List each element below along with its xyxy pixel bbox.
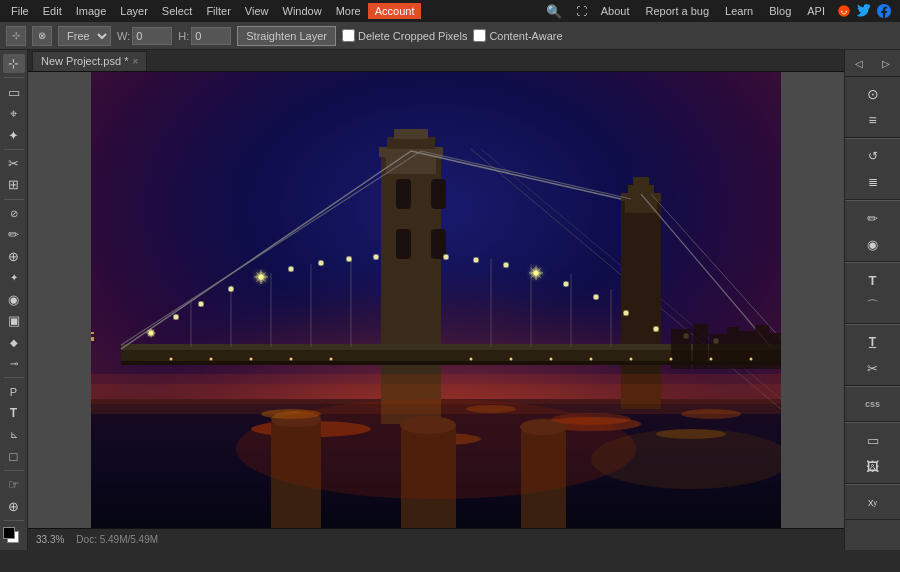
width-field[interactable] (132, 27, 172, 45)
css-panel-section: css (845, 387, 900, 422)
fullscreen-icon[interactable]: ⛶ (569, 3, 594, 19)
rp-shape-icon[interactable]: ▭ (860, 427, 886, 453)
svg-rect-93 (727, 327, 739, 369)
svg-rect-20 (394, 129, 428, 139)
h-label: H: (178, 30, 189, 42)
expand-panel-left[interactable]: ◁ (845, 50, 873, 76)
left-toolbar: ⊹ ▭ ⌖ ✦ ✂ ⊞ ⊘ ✏ ⊕ ✦ ◉ ▣ ◆ ⊸ P T ⊾ □ ☞ ⊕ (0, 50, 28, 550)
clone-tool[interactable]: ⊕ (3, 246, 25, 265)
canvas-area[interactable] (28, 72, 844, 528)
top-right-links: About Report a bug Learn Blog API (594, 3, 832, 19)
svg-point-50 (319, 261, 324, 266)
svg-rect-92 (709, 334, 727, 369)
svg-point-49 (289, 267, 294, 272)
menu-view[interactable]: View (238, 3, 276, 19)
svg-point-103 (210, 358, 213, 361)
crop-handle-btn[interactable]: ⊗ (32, 26, 52, 46)
svg-point-119 (236, 399, 636, 499)
quick-select-tool[interactable]: ✦ (3, 125, 25, 144)
menu-edit[interactable]: Edit (36, 3, 69, 19)
facebook-icon[interactable] (876, 3, 892, 19)
expand-panel-right[interactable]: ▷ (873, 50, 901, 76)
type-tool[interactable]: T (3, 404, 25, 423)
menu-image[interactable]: Image (69, 3, 114, 19)
svg-rect-91 (693, 324, 708, 369)
blog-link[interactable]: Blog (762, 3, 798, 19)
lasso-tool[interactable]: ⌖ (3, 104, 25, 123)
menu-account[interactable]: Account (368, 3, 422, 19)
svg-point-57 (564, 282, 569, 287)
delete-cropped-checkbox[interactable] (342, 29, 355, 42)
properties-icon[interactable]: ≣ (860, 169, 886, 195)
svg-rect-17 (431, 229, 446, 259)
rp-css-icon[interactable]: css (860, 391, 886, 417)
search-icon[interactable]: 🔍 (539, 2, 569, 21)
delete-cropped-label: Delete Cropped Pixels (358, 30, 467, 42)
crop-move-btn[interactable]: ⊹ (6, 26, 26, 46)
rp-tool2-icon[interactable]: ◉ (860, 231, 886, 257)
rp-type-icon[interactable]: T (860, 267, 886, 293)
sep1 (4, 77, 24, 78)
zoom-tool[interactable]: ⊕ (3, 496, 25, 515)
crop-tool[interactable]: ✂ (3, 154, 25, 173)
marquee-tool[interactable]: ▭ (3, 82, 25, 101)
close-tab-button[interactable]: × (132, 56, 138, 67)
svg-point-109 (550, 358, 553, 361)
svg-point-110 (590, 358, 593, 361)
menu-select[interactable]: Select (155, 3, 200, 19)
svg-point-53 (444, 255, 449, 260)
learn-link[interactable]: Learn (718, 3, 760, 19)
rp-cut-icon[interactable]: ✂ (860, 355, 886, 381)
eraser-tool[interactable]: ◉ (3, 289, 25, 308)
healing-tool[interactable]: ⊘ (3, 203, 25, 222)
type2-panel-section: T ✂ (845, 325, 900, 386)
twitter-icon[interactable] (856, 3, 872, 19)
move-tool[interactable]: ⊹ (3, 54, 25, 73)
menu-layer[interactable]: Layer (113, 3, 155, 19)
bottom-bar: 33.3% Doc: 5.49M/5.49M (28, 528, 844, 550)
path-select-tool[interactable]: ⊾ (3, 425, 25, 444)
rp-superscript-icon[interactable]: xy (860, 489, 886, 515)
brush-tool[interactable]: ✏ (3, 225, 25, 244)
menu-more[interactable]: More (329, 3, 368, 19)
slice-tool[interactable]: ⊞ (3, 175, 25, 194)
history-brush-tool[interactable]: ✦ (3, 268, 25, 287)
ratio-select[interactable]: Free (58, 26, 111, 46)
pen-tool[interactable]: P (3, 382, 25, 401)
rp-type2-icon[interactable]: T (860, 329, 886, 355)
straighten-button[interactable]: Straighten Layer (237, 26, 336, 46)
api-link[interactable]: API (800, 3, 832, 19)
rp-image-icon[interactable]: 🖼 (860, 453, 886, 479)
type-panel-section: T ⌒ (845, 263, 900, 324)
svg-point-2 (845, 11, 847, 13)
blur-tool[interactable]: ◆ (3, 332, 25, 351)
reddit-icon[interactable] (836, 3, 852, 19)
dodge-tool[interactable]: ⊸ (3, 354, 25, 373)
height-field[interactable] (191, 27, 231, 45)
hand-tool[interactable]: ☞ (3, 475, 25, 494)
content-aware-checkbox[interactable] (473, 29, 486, 42)
project-tab[interactable]: New Project.psd * × (32, 51, 147, 71)
svg-point-59 (624, 311, 629, 316)
svg-rect-96 (769, 333, 781, 369)
gradient-tool[interactable]: ▣ (3, 311, 25, 330)
menu-filter[interactable]: Filter (199, 3, 237, 19)
menu-bar: File Edit Image Layer Select Filter View… (0, 0, 900, 22)
about-link[interactable]: About (594, 3, 637, 19)
svg-rect-95 (755, 325, 769, 369)
shape-tool[interactable]: □ (3, 447, 25, 466)
history-icon[interactable]: ⊙ (860, 81, 886, 107)
layers-icon[interactable]: ≡ (860, 107, 886, 133)
svg-rect-15 (431, 179, 446, 209)
report-link[interactable]: Report a bug (638, 3, 716, 19)
social-icons (832, 3, 896, 19)
svg-rect-97 (91, 337, 94, 339)
sep6 (4, 520, 24, 521)
rp-brush-icon[interactable]: ✏ (860, 205, 886, 231)
svg-point-0 (838, 5, 850, 17)
color-swatches[interactable] (3, 527, 25, 546)
menu-file[interactable]: File (4, 3, 36, 19)
rp-pen-icon[interactable]: ⌒ (860, 293, 886, 319)
history2-icon[interactable]: ↺ (860, 143, 886, 169)
menu-window[interactable]: Window (276, 3, 329, 19)
